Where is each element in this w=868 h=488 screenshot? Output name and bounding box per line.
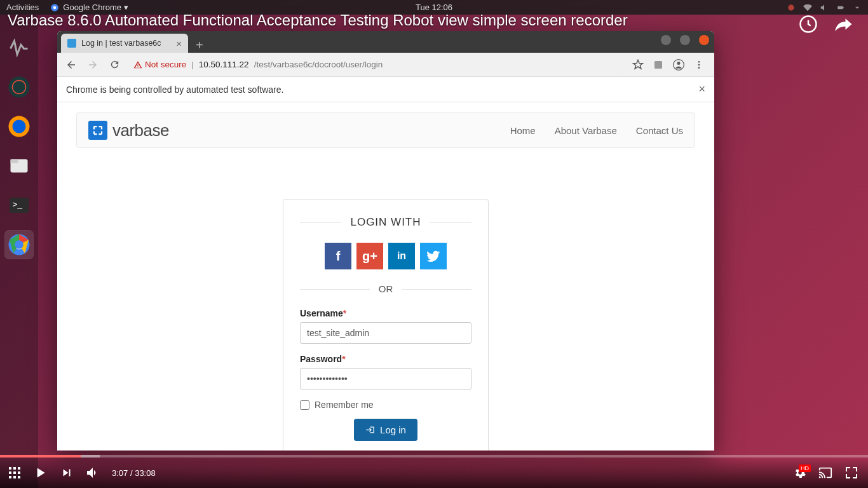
username-label: Username* xyxy=(300,308,471,318)
video-title: Varbase 8.6.0 Automated Functional Accep… xyxy=(8,11,628,29)
login-button[interactable]: Log in xyxy=(354,419,417,441)
watch-later-button[interactable] xyxy=(797,13,820,36)
apps-button[interactable] xyxy=(9,467,20,478)
automation-message: Chrome is being controlled by automated … xyxy=(66,85,283,95)
svg-rect-11 xyxy=(11,159,18,163)
google-login-button[interactable]: g+ xyxy=(356,243,383,269)
remember-me-row[interactable]: Remember me xyxy=(300,400,471,410)
svg-text:>_: >_ xyxy=(13,200,23,209)
infobar-close-button[interactable]: × xyxy=(698,83,705,96)
ubuntu-dock: >_ xyxy=(0,15,38,488)
remember-me-label: Remember me xyxy=(315,400,374,410)
nav-about[interactable]: About Varbase xyxy=(555,125,617,136)
network-icon xyxy=(803,3,812,12)
video-time: 3:07 / 33:08 xyxy=(112,468,156,478)
svg-point-6 xyxy=(9,77,30,98)
new-tab-button[interactable]: + xyxy=(188,38,211,53)
tab-title: Log in | test varbase6c xyxy=(81,39,161,48)
login-button-label: Log in xyxy=(380,424,406,435)
dock-chrome[interactable] xyxy=(5,231,33,259)
linkedin-login-button[interactable]: in xyxy=(388,243,415,269)
logo-icon xyxy=(88,121,107,140)
password-input[interactable] xyxy=(300,368,471,390)
address-bar[interactable]: Not secure | 10.50.111.22/test/varbase6c… xyxy=(127,56,624,74)
volume-button[interactable] xyxy=(85,465,100,480)
tab-close-button[interactable]: × xyxy=(176,38,182,49)
facebook-login-button[interactable]: f xyxy=(325,243,351,269)
dock-terminal[interactable]: >_ xyxy=(5,191,33,219)
logo-text: varbase xyxy=(112,121,169,140)
window-minimize-button[interactable] xyxy=(661,35,671,45)
main-nav: Home About Varbase Contact Us xyxy=(510,125,683,136)
battery-icon xyxy=(836,3,845,12)
dock-firefox[interactable] xyxy=(5,112,33,140)
nav-home[interactable]: Home xyxy=(510,125,536,136)
dock-files[interactable] xyxy=(5,152,33,180)
login-with-heading: LOGIN WITH xyxy=(300,216,471,229)
hd-badge: HD xyxy=(799,464,811,472)
tab-strip: Log in | test varbase6c × + xyxy=(57,31,714,53)
cast-button[interactable] xyxy=(818,466,832,480)
activities-button[interactable]: Activities xyxy=(6,3,39,12)
profile-button[interactable] xyxy=(672,58,685,71)
password-label: Password* xyxy=(300,354,471,364)
security-label: Not secure xyxy=(145,60,186,69)
login-icon xyxy=(365,425,375,435)
volume-icon xyxy=(820,3,829,12)
svg-rect-3 xyxy=(837,6,843,9)
warning-icon xyxy=(133,60,142,69)
window-maximize-button[interactable] xyxy=(680,35,690,45)
username-input[interactable] xyxy=(300,322,471,344)
forward-button[interactable] xyxy=(84,56,102,74)
system-tray[interactable] xyxy=(787,3,862,12)
site-logo[interactable]: varbase xyxy=(88,121,169,140)
chrome-window: Log in | test varbase6c × + Not secure |… xyxy=(57,31,714,451)
browser-tab[interactable]: Log in | test varbase6c × xyxy=(61,34,188,53)
browser-toolbar: Not secure | 10.50.111.22/test/varbase6c… xyxy=(57,53,714,77)
reload-button[interactable] xyxy=(105,56,123,74)
login-form: LOGIN WITH f g+ in OR Username* Password… xyxy=(283,199,489,451)
share-button[interactable] xyxy=(832,13,855,36)
next-button[interactable] xyxy=(60,466,74,480)
extension-icon[interactable] xyxy=(652,58,665,71)
dock-system-monitor[interactable] xyxy=(5,34,33,62)
fullscreen-button[interactable] xyxy=(844,465,859,480)
url-path: /test/varbase6c/docroot/user/login xyxy=(254,60,383,69)
video-player-controls: 3:07 / 33:08 HD xyxy=(0,458,868,488)
svg-point-1 xyxy=(53,6,57,9)
svg-point-21 xyxy=(698,64,700,65)
remember-me-checkbox[interactable] xyxy=(300,400,309,410)
site-header: varbase Home About Varbase Contact Us xyxy=(76,112,695,148)
app-menu[interactable]: Google Chrome ▾ xyxy=(50,3,128,12)
svg-point-19 xyxy=(677,62,681,65)
or-separator: OR xyxy=(300,283,471,294)
nav-contact[interactable]: Contact Us xyxy=(636,125,683,136)
bookmark-button[interactable] xyxy=(632,58,644,71)
play-button[interactable] xyxy=(32,464,48,481)
svg-point-2 xyxy=(788,4,794,10)
url-host: 10.50.111.22 xyxy=(199,60,249,69)
automation-infobar: Chrome is being controlled by automated … xyxy=(57,77,714,102)
svg-point-20 xyxy=(698,61,700,63)
dock-app-1[interactable] xyxy=(5,73,33,101)
window-close-button[interactable] xyxy=(699,35,709,45)
svg-point-16 xyxy=(15,240,24,249)
settings-button[interactable]: HD xyxy=(793,466,807,480)
chevron-down-icon xyxy=(853,3,862,12)
clock[interactable]: Tue 12:06 xyxy=(416,3,452,12)
menu-button[interactable] xyxy=(693,58,705,71)
svg-point-9 xyxy=(13,120,26,133)
svg-rect-17 xyxy=(654,61,662,69)
twitter-login-button[interactable] xyxy=(420,243,447,269)
app-menu-label: Google Chrome ▾ xyxy=(63,3,128,12)
favicon-icon xyxy=(67,39,76,48)
power-indicator-icon xyxy=(787,3,796,12)
page-content: varbase Home About Varbase Contact Us LO… xyxy=(57,102,714,451)
back-button[interactable] xyxy=(62,56,80,74)
security-indicator[interactable]: Not secure xyxy=(133,60,186,69)
svg-rect-4 xyxy=(843,6,844,8)
svg-point-22 xyxy=(698,67,700,69)
